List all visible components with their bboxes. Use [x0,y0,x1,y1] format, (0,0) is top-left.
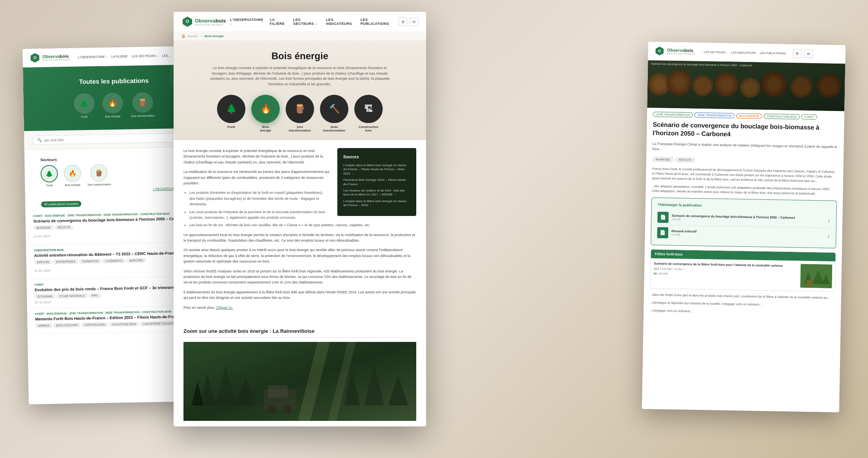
nav-publications[interactable]: LES PUBLICATIONS [360,18,391,26]
search-input[interactable] [44,135,193,142]
right-nav-links[interactable]: ...LES SECTEURS ↓ LES INDICATEURS LES PU… [702,51,786,55]
svg-rect-4 [183,342,416,421]
snc-2nde-circle[interactable]: 🔨→ [320,95,348,123]
chip-1transform-circle[interactable]: 🪵 [90,164,108,182]
filiere-content-row: Scénario de convergence de la filière fo… [650,258,835,291]
chip-1transform[interactable]: 🪵 1ère transformation [87,164,111,186]
nav-filiere[interactable]: LA FILIÈRE [270,18,287,26]
nav-indicateurs[interactable]: LES INDICATEURS [326,18,354,26]
pub3-chip-1[interactable]: ÉCONOMIE [35,294,55,299]
snc-construction-label: Constructionbois [359,125,378,132]
right-hero-image: Scénario de convergence du bouclage bois… [647,60,845,111]
center-logo-text: Observabois HAUTS-DE-FRANCE [195,18,226,26]
content-para4: On assiste ainsi depuis quelques années … [183,247,416,264]
sources-title: Sources [343,154,410,160]
content-read-more: Pour en savoir plus, Cliquez ici. [183,305,416,310]
right-pub-title[interactable]: Scénario de convergence du bouclage bois… [647,121,844,145]
source-4[interactable]: L'emploi dans la filière bois énergie en… [343,199,410,208]
left-sector-foret-label: Forêt [81,115,88,118]
left-search-row[interactable]: 🔍 [32,133,198,145]
center-logo: O Observabois HAUTS-DE-FRANCE [181,16,226,28]
search-icon: 🔍 [37,138,42,142]
snc-1ere-transform[interactable]: 🪵→ 1èretransformation [286,95,314,132]
svg-rect-46 [806,280,812,285]
nav-observatoire[interactable]: L'OBSERVATOIRE ↓ [230,18,264,26]
snc-2nde-label: 2ndetransformation [323,125,345,132]
left-sector-transform[interactable]: 🪵 1ère transformation [131,92,155,117]
pub4-chip-4[interactable]: CHAUFFAGE BOIS [109,322,139,327]
left-sector-energie[interactable]: 🔥 Bois énergie [102,93,123,118]
chip-energie[interactable]: 🔥 Bois énergie [64,165,81,187]
source-1[interactable]: L'emploi dans la filière bois énergie en… [343,163,410,176]
snc-foret-circle[interactable]: 🌲→ [217,95,245,123]
settings-icon[interactable]: ⚙ [398,17,407,26]
pub4-chip-1[interactable]: ARBRES [35,323,52,328]
chip-recolte[interactable]: RÉCOLTE [675,157,695,163]
publication-detail-window: O Observabois HAUTS-DE-FRANCE ...LES SEC… [642,42,846,413]
snc-2nde-transform[interactable]: 🔨→ 2ndetransformation [320,95,348,132]
content-para6: 6 établissements du bois énergie apparti… [183,289,416,301]
snc-1ere-label: 1èretransformation [289,125,311,132]
pub4-chip-2[interactable]: BOIS D'OEUVRE [53,323,80,328]
download-icon-1: 📄 [657,212,668,223]
center-nav-icons: ⚙ ✉ [398,17,418,26]
download-box-title: Télécharger la publication [658,203,831,210]
snc-energie-circle[interactable]: 🔥→ [251,95,280,123]
pub1-chip-recolte[interactable]: RÉCOLTE [55,225,73,230]
right-para1: France Bois Forêt, le Comité professionn… [652,167,838,184]
center-breadcrumb: 🏠 Accueil → Bois énergie [174,32,426,41]
snc-construction-circle[interactable]: 🏗→ [354,95,383,123]
read-more-link[interactable]: Cliquez ici. [216,306,233,310]
download-arrow-1[interactable]: ↓ [827,217,830,223]
breadcrumb-home[interactable]: 🏠 [181,34,185,38]
snc-energie[interactable]: 🔥→ Boisénergie [251,95,280,132]
svg-rect-41 [647,60,845,111]
pub2-date: 11-01-2024 [34,268,51,272]
breadcrumb-home-label[interactable]: Accueil [187,34,198,38]
left-sector-energie-circle[interactable]: 🔥 [102,93,123,114]
right-more-para2: ...climatique et répondre aux besoins de… [650,300,835,308]
center-page-title: Bois énergie [185,51,414,62]
pub2-chip-3[interactable]: FORMATION [79,259,101,264]
right-settings-icon[interactable]: ⚙ [793,49,802,58]
right-mail-icon[interactable]: ✉ [804,49,813,58]
rtag-1ere-transform[interactable]: 1ERE TRANSFORMATION [653,112,693,118]
chip-energie-circle[interactable]: 🔥 [64,165,81,182]
snc-foret[interactable]: 🌲→ Forêt [217,95,245,132]
left-sector-foret[interactable]: 🌲 Forêt [74,93,95,118]
chip-foret[interactable]: 🌲 Forêt [40,165,58,187]
pub2-chip-5[interactable]: MARCHÉS [126,258,146,263]
source-3[interactable]: Les réseaux de chaleur et de froid : éta… [343,189,410,197]
zoom-image [183,342,416,421]
rtag-bois-energie[interactable]: BOIS ÉNERGIE [736,113,762,119]
right-logo-text: Observabois HAUTS-DE-FRANCE [667,48,696,55]
zoom-title: Zoom sur une activité bois énergie : La … [183,328,416,338]
pub2-chip-4[interactable]: LOGEMENTS [103,259,125,263]
rtag-foret[interactable]: FORÊT [801,114,817,120]
pub2-chip-1[interactable]: EMPLOIS [34,260,52,265]
source-2[interactable]: Panorama Bois Energie 2019 – Fibois Haut… [343,178,410,186]
pub3-chip-2[interactable]: ETUDE NATIONALE [56,293,88,298]
left-nav-links[interactable]: L'OBSERVATOIRE ↓ LA FILIÈRE LES SECTEURS… [78,54,171,59]
download-arrow-2[interactable]: ↓ [827,232,830,238]
rtag-construction-bois[interactable]: CONSTRUCTION BOIS [764,114,800,120]
left-logo-text: Observabois HAUTS-DE-FRANCE [42,54,71,61]
left-sector-transform-circle[interactable]: 🪵 [132,92,153,113]
left-sector-foret-circle[interactable]: 🌲 [74,93,95,114]
download-item-2[interactable]: 📄 Résumé exécutif 3.6 MB ↓ [657,225,830,243]
pub2-chip-2[interactable]: ENTREPRISES [53,259,79,264]
snc-1ere-circle[interactable]: 🪵→ [286,95,314,123]
snc-construction[interactable]: 🏗→ Constructionbois [354,95,383,132]
snc-foret-label: Forêt [227,125,235,129]
center-nav-links[interactable]: L'OBSERVATOIRE ↓ LA FILIÈRE LES SECTEURS… [230,18,391,26]
pub3-chip-3[interactable]: PRIX [89,293,101,298]
chip-foret-circle[interactable]: 🌲 [40,165,58,183]
pub4-chip-3[interactable]: CERTIFICATION [82,322,108,327]
left-logo: O Observabois HAUTS-DE-FRANCE [29,51,71,64]
nav-secteurs[interactable]: LES SECTEURS ↓ [293,18,320,26]
chip-biomasse[interactable]: BIOMASSE [652,157,674,162]
mail-icon[interactable]: ✉ [410,17,418,26]
pub1-chip-biomasse[interactable]: BIOMASSE [34,225,54,230]
download-icon-2: 📄 [657,227,668,238]
rtag-2nde-transform[interactable]: 2NDE TRANSFORMATION [694,113,735,118]
